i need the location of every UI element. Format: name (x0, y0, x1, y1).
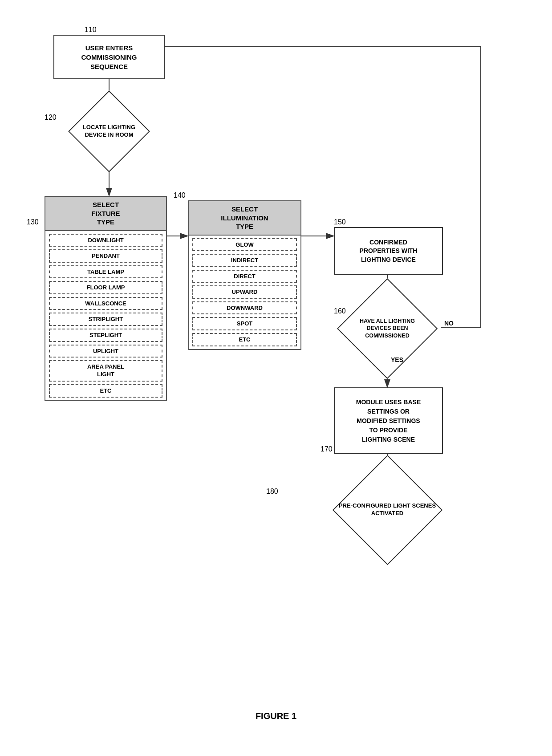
list-item: UPLIGHT (49, 345, 162, 358)
list-item: GLOW (192, 238, 297, 252)
ref-110: 110 (85, 26, 97, 34)
list-item: DOWNWARD (192, 301, 297, 315)
list-item: STRIPLIGHT (49, 313, 162, 326)
ref-120: 120 (45, 114, 57, 122)
illumination-items: GLOW INDIRECT DIRECT UPWARD DOWNWARD SPO… (189, 236, 300, 349)
ref-140: 140 (174, 191, 186, 199)
list-item: UPWARD (192, 285, 297, 299)
ref-170: 170 (321, 445, 333, 453)
list-box-fixture: SELECTFIXTURETYPE DOWNLIGHT PENDANT TABL… (45, 196, 167, 401)
list-item: INDIRECT (192, 254, 297, 267)
box-150: CONFIRMEDPROPERTIES WITHLIGHTING DEVICE (334, 227, 443, 275)
list-item: AREA PANELLIGHT (49, 360, 162, 382)
list-item: DOWNLIGHT (49, 234, 162, 247)
no-label: NO (444, 320, 454, 327)
illumination-header: SELECTILLUMINATIONTYPE (189, 201, 300, 236)
diamond-180: PRE-CONFIGURED LIGHT SCENESACTIVATED (263, 485, 512, 534)
yes-label: YES (391, 356, 403, 363)
list-item: ETC (192, 333, 297, 346)
list-box-illumination: SELECTILLUMINATIONTYPE GLOW INDIRECT DIR… (188, 200, 301, 350)
fixture-header: SELECTFIXTURETYPE (45, 197, 166, 231)
list-item: TABLE LAMP (49, 265, 162, 279)
diamond-160: HAVE ALL LIGHTINGDEVICES BEENCOMMISSIONE… (334, 303, 441, 354)
list-item: SPOT (192, 317, 297, 330)
fixture-items: DOWNLIGHT PENDANT TABLE LAMP FLOOR LAMP … (45, 231, 166, 400)
diagram-container: 110 USER ENTERSCOMMISSIONINGSEQUENCE 120… (0, 0, 552, 735)
list-item: STEPLIGHT (49, 329, 162, 342)
list-item: PENDANT (49, 249, 162, 263)
list-item: WALLSCONCE (49, 297, 162, 310)
box-170: MODULE USES BASESETTINGS ORMODIFIED SETT… (334, 387, 443, 454)
diamond-120: LOCATE LIGHTINGDEVICE IN ROOM (56, 109, 162, 154)
ref-150: 150 (334, 218, 346, 226)
list-item: FLOOR LAMP (49, 281, 162, 294)
ref-130: 130 (27, 218, 39, 226)
figure-caption: FIGURE 1 (0, 711, 552, 721)
box-110: USER ENTERSCOMMISSIONINGSEQUENCE (53, 35, 165, 79)
list-item: DIRECT (192, 270, 297, 283)
list-item: ETC (49, 384, 162, 398)
